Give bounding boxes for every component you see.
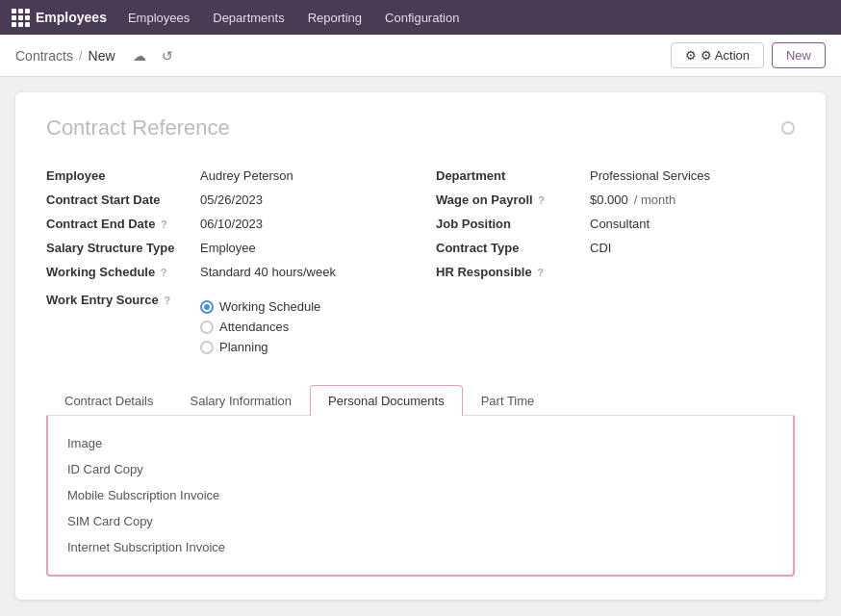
action-label: ⚙ Action — [701, 48, 750, 63]
contract-end-date-label: Contract End Date ? — [46, 217, 200, 231]
save-manually-icon[interactable]: ☁ — [129, 46, 150, 65]
wage-on-payroll-label: Wage on Payroll ? — [436, 192, 590, 207]
radio-planning-label: Planning — [219, 340, 268, 354]
radio-attendances-label: Attendances — [219, 320, 289, 334]
wage-on-payroll-value: $0.000 / month — [590, 192, 675, 207]
department-label: Department — [436, 168, 590, 183]
wage-on-payroll-field-row: Wage on Payroll ? $0.000 / month — [436, 188, 795, 212]
nav-configuration[interactable]: Configuration — [375, 7, 469, 29]
contract-title: Contract Reference — [46, 116, 230, 141]
document-item-1[interactable]: ID Card Copy — [64, 457, 777, 481]
wage-on-payroll-help-icon: ? — [538, 194, 545, 206]
app-name: Employees — [36, 10, 107, 25]
employee-value: Audrey Peterson — [200, 168, 293, 183]
form-right: Department Professional Services Wage on… — [436, 164, 795, 366]
main-area: Contract Reference Employee Audrey Peter… — [0, 77, 841, 616]
nav-departments[interactable]: Departments — [203, 7, 293, 29]
tabs-row: Contract Details Salary Information Pers… — [46, 385, 795, 416]
document-item-4[interactable]: Internet Subscription Invoice — [64, 535, 777, 559]
contract-type-label: Contract Type — [436, 241, 590, 255]
wage-unit: / month — [634, 192, 675, 207]
contract-end-date-help-icon: ? — [161, 218, 167, 230]
work-entry-source-help-icon: ? — [164, 295, 170, 306]
tab-content-personal-documents: ImageID Card CopyMobile Subscription Inv… — [46, 416, 795, 577]
form-card: Contract Reference Employee Audrey Peter… — [15, 92, 826, 600]
tab-personal-documents[interactable]: Personal Documents — [310, 385, 463, 416]
department-value: Professional Services — [590, 168, 710, 183]
salary-structure-type-label: Salary Structure Type — [46, 241, 200, 255]
radio-working-schedule-label: Working Schedule — [219, 299, 320, 314]
department-field-row: Department Professional Services — [436, 164, 795, 188]
discard-icon[interactable]: ↺ — [158, 46, 177, 65]
breadcrumb-current: New — [89, 48, 115, 64]
contract-start-date-field-row: Contract Start Date 05/26/2023 — [46, 188, 405, 212]
form-left: Employee Audrey Peterson Contract Start … — [46, 164, 405, 366]
contract-end-date-value: 06/10/2023 — [200, 217, 263, 231]
employee-field-row: Employee Audrey Peterson — [46, 164, 405, 188]
job-position-label: Job Position — [436, 217, 590, 231]
contract-start-date-label: Contract Start Date — [46, 192, 200, 207]
contract-end-date-field-row: Contract End Date ? 06/10/2023 — [46, 212, 405, 236]
working-schedule-label: Working Schedule ? — [46, 265, 200, 279]
nav-reporting[interactable]: Reporting — [298, 7, 371, 29]
breadcrumb-bar: Contracts / New ☁ ↺ ⚙ ⚙ Action New — [0, 35, 841, 77]
breadcrumb-icons: ☁ ↺ — [129, 46, 177, 65]
document-item-2[interactable]: Mobile Subscription Invoice — [64, 483, 777, 507]
new-button[interactable]: New — [772, 42, 826, 68]
contract-type-value: CDI — [590, 241, 611, 255]
radio-planning[interactable]: Planning — [200, 337, 320, 357]
form-section: Employee Audrey Peterson Contract Start … — [46, 164, 795, 366]
contract-type-field-row: Contract Type CDI — [436, 236, 795, 260]
tab-salary-information[interactable]: Salary Information — [171, 385, 310, 416]
hr-responsible-help-icon: ? — [537, 267, 544, 278]
document-item-0[interactable]: Image — [64, 431, 777, 455]
status-dot — [781, 121, 795, 135]
working-schedule-value: Standard 40 hours/week — [200, 265, 336, 279]
radio-working-schedule[interactable]: Working Schedule — [200, 296, 320, 317]
radio-attendances-circle — [200, 321, 214, 334]
document-list: ImageID Card CopyMobile Subscription Inv… — [64, 431, 777, 559]
radio-working-schedule-circle — [200, 300, 214, 314]
contract-start-date-value: 05/26/2023 — [200, 192, 263, 207]
top-navigation: Employees Employees Departments Reportin… — [0, 0, 841, 35]
work-entry-source-label: Work Entry Source ? — [46, 293, 200, 307]
gear-icon: ⚙ — [685, 48, 697, 63]
nav-employees[interactable]: Employees — [118, 7, 199, 29]
working-schedule-help-icon: ? — [161, 267, 167, 278]
tab-part-time[interactable]: Part Time — [463, 385, 553, 416]
work-entry-source-field-row: Work Entry Source ? Working Schedule Att… — [46, 288, 405, 366]
job-position-field-row: Job Position Consultant — [436, 212, 795, 236]
app-logo[interactable]: Employees — [12, 9, 107, 27]
tab-contract-details[interactable]: Contract Details — [46, 385, 171, 416]
salary-structure-type-field-row: Salary Structure Type Employee — [46, 236, 405, 260]
working-schedule-field-row: Working Schedule ? Standard 40 hours/wee… — [46, 260, 405, 284]
work-entry-radio-group: Working Schedule Attendances Planning — [200, 293, 320, 361]
action-button[interactable]: ⚙ ⚙ Action — [671, 42, 764, 68]
breadcrumb-parent[interactable]: Contracts — [15, 48, 73, 64]
salary-structure-type-value: Employee — [200, 241, 256, 255]
grid-icon — [12, 9, 30, 27]
breadcrumb-separator: / — [79, 48, 83, 63]
breadcrumb-right: ⚙ ⚙ Action New — [671, 42, 826, 68]
title-row: Contract Reference — [46, 116, 795, 144]
radio-planning-circle — [200, 341, 214, 354]
job-position-value: Consultant — [590, 217, 650, 231]
document-item-3[interactable]: SIM Card Copy — [64, 509, 777, 533]
breadcrumb-left: Contracts / New ☁ ↺ — [15, 46, 177, 65]
employee-label: Employee — [46, 168, 200, 183]
hr-responsible-field-row: HR Responsible ? — [436, 260, 795, 284]
hr-responsible-label: HR Responsible ? — [436, 265, 590, 279]
radio-attendances[interactable]: Attendances — [200, 317, 320, 337]
